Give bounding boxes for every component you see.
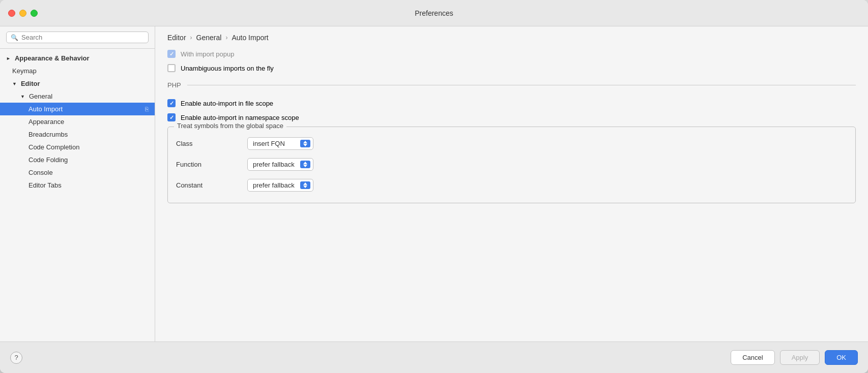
sidebar-item-appearance-behavior[interactable]: ► Appearance & Behavior [0, 52, 155, 65]
content-area: Editor › General › Auto Import ✓ With im… [155, 26, 868, 341]
sidebar-item-general[interactable]: ▼ General [0, 90, 155, 103]
namespace-scope-label: Enable auto-import in namespace scope [181, 114, 299, 121]
sidebar-label: Auto Import [28, 105, 63, 113]
sidebar-items: ► Appearance & Behavior Keymap ▼ Editor … [0, 49, 155, 341]
with-import-popup-checkbox[interactable]: ✓ [167, 50, 176, 58]
apply-button[interactable]: Apply [780, 350, 820, 365]
btn-group: Cancel Apply OK [731, 350, 858, 365]
file-scope-label: Enable auto-import in file scope [181, 100, 273, 107]
bottom-bar: ? Cancel Apply OK [0, 341, 868, 373]
sidebar-item-console[interactable]: Console [0, 166, 155, 179]
maximize-button[interactable] [31, 10, 38, 17]
treat-symbols-group: Treat symbols from the global space Clas… [167, 127, 856, 203]
checkmark-icon: ✓ [169, 115, 174, 120]
minimize-button[interactable] [19, 10, 26, 17]
sidebar-item-auto-import[interactable]: Auto Import ⎘ [0, 103, 155, 115]
class-label: Class [176, 140, 247, 147]
file-scope-row: ✓ Enable auto-import in file scope [167, 96, 856, 110]
close-button[interactable] [8, 10, 15, 17]
breadcrumb: Editor › General › Auto Import [155, 26, 868, 47]
sidebar-label: Code Folding [28, 156, 68, 164]
unambiguous-checkbox[interactable] [167, 64, 176, 72]
constant-label: Constant [176, 181, 247, 189]
ok-button[interactable]: OK [825, 350, 858, 365]
php-divider: PHP [167, 81, 856, 89]
triangle-icon: ► [6, 56, 11, 61]
divider-line [187, 85, 856, 85]
function-label: Function [176, 161, 247, 168]
search-input[interactable] [21, 34, 144, 41]
help-label: ? [14, 354, 18, 361]
content-scroll: ✓ With import popup Unambiguous imports … [155, 47, 868, 341]
checkmark-icon: ✓ [169, 101, 174, 106]
unambiguous-imports-row: Unambiguous imports on the fly [167, 61, 856, 75]
sidebar-item-editor-tabs[interactable]: Editor Tabs [0, 179, 155, 192]
function-row: Function insert FQN prefer fallback pref… [176, 154, 847, 175]
class-select-wrap: insert FQN prefer fallback prefer import [247, 137, 313, 150]
sidebar-label: Appearance & Behavior [15, 54, 90, 62]
constant-row: Constant insert FQN prefer fallback pref… [176, 175, 847, 196]
sidebar-label: General [29, 92, 52, 100]
cancel-button[interactable]: Cancel [731, 350, 774, 365]
triangle-icon: ▼ [20, 94, 25, 99]
php-label: PHP [167, 81, 181, 89]
window-title: Preferences [415, 9, 453, 17]
main-content: 🔍 ► Appearance & Behavior Keymap ▼ Edito… [0, 26, 868, 341]
with-import-popup-label: With import popup [181, 50, 235, 58]
sidebar-label: Editor [21, 80, 40, 87]
class-select[interactable]: insert FQN prefer fallback prefer import [247, 137, 313, 150]
checkmark-icon: ✓ [169, 51, 174, 57]
help-button[interactable]: ? [10, 352, 22, 364]
breadcrumb-sep: › [190, 34, 192, 41]
treat-group-title: Treat symbols from the global space [174, 122, 286, 130]
breadcrumb-part-editor: Editor [167, 34, 186, 42]
sidebar-label: Keymap [12, 67, 37, 75]
sidebar-label: Appearance [28, 118, 64, 126]
sidebar-item-code-folding[interactable]: Code Folding [0, 153, 155, 166]
sidebar-item-editor[interactable]: ▼ Editor [0, 77, 155, 90]
breadcrumb-part-general: General [196, 34, 222, 42]
function-select-wrap: insert FQN prefer fallback prefer import [247, 158, 313, 171]
sidebar-item-appearance[interactable]: Appearance [0, 115, 155, 128]
sidebar-label: Code Completion [28, 143, 79, 151]
file-scope-checkbox[interactable]: ✓ [167, 99, 176, 107]
sidebar-item-keymap[interactable]: Keymap [0, 65, 155, 77]
traffic-lights [8, 10, 38, 17]
namespace-scope-checkbox[interactable]: ✓ [167, 113, 176, 121]
constant-select[interactable]: insert FQN prefer fallback prefer import [247, 179, 313, 192]
search-bar: 🔍 [0, 26, 155, 49]
copy-icon: ⎘ [145, 106, 149, 113]
search-wrap[interactable]: 🔍 [6, 32, 149, 43]
unambiguous-label: Unambiguous imports on the fly [181, 65, 274, 72]
function-select[interactable]: insert FQN prefer fallback prefer import [247, 158, 313, 171]
constant-select-wrap: insert FQN prefer fallback prefer import [247, 179, 313, 192]
class-row: Class insert FQN prefer fallback prefer … [176, 133, 847, 154]
triangle-icon: ▼ [12, 81, 17, 86]
sidebar-item-code-completion[interactable]: Code Completion [0, 141, 155, 153]
sidebar-label: Breadcrumbs [28, 131, 68, 138]
preferences-window: Preferences 🔍 ► Appearance & Behavior Ke… [0, 0, 868, 373]
sidebar-label: Editor Tabs [28, 181, 62, 189]
search-icon: 🔍 [11, 34, 18, 41]
sidebar: 🔍 ► Appearance & Behavior Keymap ▼ Edito… [0, 26, 155, 341]
titlebar: Preferences [0, 0, 868, 26]
sidebar-item-breadcrumbs[interactable]: Breadcrumbs [0, 128, 155, 141]
with-import-popup-row: ✓ With import popup [167, 47, 856, 61]
breadcrumb-part-auto-import: Auto Import [232, 34, 268, 42]
sidebar-label: Console [28, 169, 53, 176]
breadcrumb-sep2: › [225, 34, 227, 41]
